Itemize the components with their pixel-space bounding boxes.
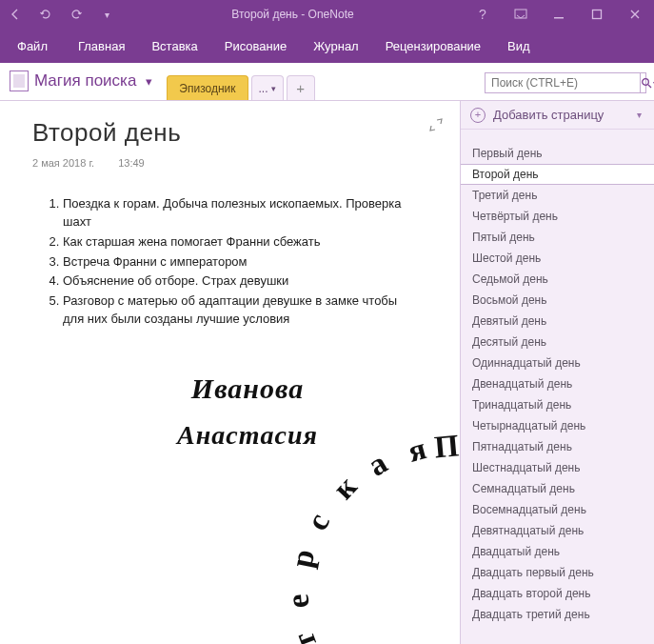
plus-circle-icon: + (470, 108, 486, 123)
page-list-item[interactable]: Первый день (461, 143, 654, 164)
notebook-icon (10, 70, 29, 91)
ribbon-tabs: Файл Главная Вставка Рисование Журнал Ре… (0, 29, 654, 63)
search-box: ▾ (485, 72, 646, 93)
menu-draw[interactable]: Рисование (211, 29, 300, 63)
page-time: 13:49 (118, 157, 145, 169)
note-item[interactable]: Встреча Франни с императором (63, 253, 413, 272)
search-icon (641, 77, 652, 89)
note-item[interactable]: Объяснение об отборе. Страх девушки (63, 272, 413, 291)
section-tab-active[interactable]: Эпизодник (167, 75, 248, 100)
page-list-item[interactable]: Шестой день (461, 248, 654, 269)
chevron-down-icon: ▾ (271, 84, 276, 93)
search-button[interactable]: ▾ (640, 73, 654, 92)
page-list-item[interactable]: Восемнадцатый день (461, 499, 654, 520)
page-list-item[interactable]: Второй день (461, 164, 654, 185)
page-canvas[interactable]: Второй день 2 мая 2018 г. 13:49 Поездка … (0, 101, 460, 644)
page-list-item[interactable]: Восьмой день (461, 290, 654, 311)
page-list-item[interactable]: Третий день (461, 185, 654, 206)
section-tab-overflow[interactable]: ... ▾ (251, 75, 284, 100)
page-list-item[interactable]: Двадцать третий день (461, 604, 654, 625)
svg-rect-2 (593, 10, 602, 19)
page-list-item[interactable]: Двадцатый день (461, 541, 654, 562)
page-title[interactable]: Второй день (32, 118, 445, 148)
page-date: 2 мая 2018 г. (32, 157, 94, 169)
ribbon-display-icon[interactable] (502, 0, 540, 29)
add-page-label: Добавить страницу (493, 108, 604, 122)
minimize-icon[interactable] (540, 0, 578, 29)
qat-customize-icon[interactable]: ▾ (91, 0, 122, 29)
section-tab-add[interactable]: + (287, 75, 315, 100)
svg-rect-0 (515, 10, 526, 18)
search-input[interactable] (486, 73, 640, 92)
note-list[interactable]: Поездка к горам. Добыча полезных ископае… (32, 195, 413, 329)
page-list-item[interactable]: Седьмой день (461, 269, 654, 290)
page-list-item[interactable]: Одиннадцатый день (461, 352, 654, 373)
note-item[interactable]: Поездка к горам. Добыча полезных ископае… (63, 195, 413, 231)
window-title: Второй день - OneNote (122, 8, 464, 21)
section-tab-row: Магия поиска ▾ Эпизодник ... ▾ + ▾ (0, 63, 654, 101)
page-list-item[interactable]: Четырнадцатый день (461, 415, 654, 436)
page-list-panel: + Добавить страницу ▾ Первый деньВторой … (460, 101, 654, 644)
page-list-item[interactable]: Пятый день (461, 227, 654, 248)
page-list-item[interactable]: Двадцать второй день (461, 583, 654, 604)
chevron-down-icon: ▾ (142, 74, 155, 88)
watermark-line2: Анастасия (177, 420, 318, 451)
expand-icon[interactable] (429, 118, 443, 134)
title-bar: ▾ Второй день - OneNote ? (0, 0, 654, 29)
page-list-item[interactable]: Десятый день (461, 332, 654, 352)
page-list-item[interactable]: Девятнадцатый день (461, 520, 654, 541)
svg-rect-1 (554, 17, 564, 19)
menu-file[interactable]: Файл (4, 29, 65, 63)
note-item[interactable]: Разговор с матерью об адаптации девушке … (63, 292, 413, 329)
plus-icon: + (296, 81, 305, 95)
note-item[interactable]: Как старшая жена помогает Франни сбежать (63, 233, 413, 252)
page-list-item[interactable]: Семнадцатый день (461, 478, 654, 499)
watermark-line1: Иванова (191, 372, 304, 405)
page-list-item[interactable]: Шестнадцатый день (461, 457, 654, 478)
page-list-item[interactable]: Двадцать первый день (461, 562, 654, 583)
menu-view[interactable]: Вид (494, 29, 544, 63)
notebook-selector[interactable]: Магия поиска ▾ (10, 67, 155, 95)
page-list[interactable]: Первый деньВторой деньТретий деньЧетвёрт… (461, 130, 654, 644)
chevron-down-icon: ▾ (631, 110, 646, 120)
add-page-button[interactable]: + Добавить страницу ▾ (461, 101, 654, 130)
svg-point-3 (643, 79, 649, 86)
menu-review[interactable]: Рецензирование (372, 29, 494, 63)
content-area: Второй день 2 мая 2018 г. 13:49 Поездка … (0, 101, 654, 644)
page-list-item[interactable]: Тринадцатый день (461, 394, 654, 415)
redo-icon[interactable] (61, 0, 91, 29)
undo-icon[interactable] (30, 0, 61, 29)
menu-insert[interactable]: Вставка (138, 29, 210, 63)
menu-home[interactable]: Главная (65, 29, 138, 63)
page-meta: 2 мая 2018 г. 13:49 (32, 157, 445, 169)
back-arrow-icon[interactable] (0, 0, 30, 29)
page-list-item[interactable]: Двенадцатый день (461, 373, 654, 394)
page-list-item[interactable]: Четвёртый день (461, 206, 654, 227)
menu-journal[interactable]: Журнал (300, 29, 371, 63)
notebook-name: Магия поиска (34, 71, 136, 91)
page-list-item[interactable]: Девятый день (461, 311, 654, 332)
help-icon[interactable]: ? (464, 0, 502, 29)
maximize-icon[interactable] (578, 0, 616, 29)
close-icon[interactable] (616, 0, 654, 29)
page-list-item[interactable]: Пятнадцатый день (461, 436, 654, 457)
